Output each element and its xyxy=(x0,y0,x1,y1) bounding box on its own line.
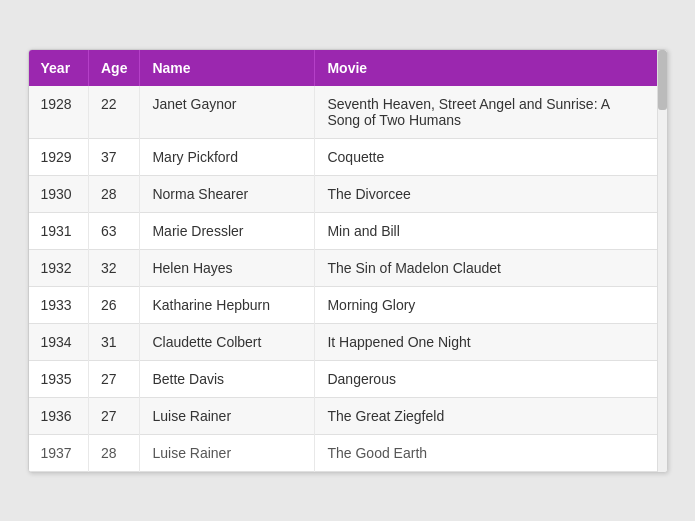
header-movie: Movie xyxy=(315,50,657,86)
cell-name: Marie Dressler xyxy=(140,212,315,249)
cell-year: 1937 xyxy=(29,434,89,471)
cell-year: 1936 xyxy=(29,397,89,434)
cell-movie: It Happened One Night xyxy=(315,323,657,360)
cell-age: 22 xyxy=(89,86,140,139)
cell-age: 37 xyxy=(89,138,140,175)
cell-year: 1929 xyxy=(29,138,89,175)
table-row: 193728Luise RainerThe Good Earth xyxy=(29,434,657,471)
header-year: Year xyxy=(29,50,89,86)
cell-name: Helen Hayes xyxy=(140,249,315,286)
table-container: Year Age Name Movie 192822Janet GaynorSe… xyxy=(28,49,668,473)
cell-age: 27 xyxy=(89,360,140,397)
cell-age: 31 xyxy=(89,323,140,360)
cell-movie: The Good Earth xyxy=(315,434,657,471)
cell-age: 32 xyxy=(89,249,140,286)
data-table: Year Age Name Movie 192822Janet GaynorSe… xyxy=(29,50,657,472)
cell-age: 63 xyxy=(89,212,140,249)
cell-year: 1928 xyxy=(29,86,89,139)
cell-year: 1935 xyxy=(29,360,89,397)
cell-age: 28 xyxy=(89,175,140,212)
cell-movie: Coquette xyxy=(315,138,657,175)
table-row: 192822Janet GaynorSeventh Heaven, Street… xyxy=(29,86,657,139)
cell-year: 1931 xyxy=(29,212,89,249)
cell-name: Luise Rainer xyxy=(140,397,315,434)
cell-age: 27 xyxy=(89,397,140,434)
cell-movie: Morning Glory xyxy=(315,286,657,323)
cell-name: Mary Pickford xyxy=(140,138,315,175)
cell-year: 1930 xyxy=(29,175,89,212)
table-row: 193431Claudette ColbertIt Happened One N… xyxy=(29,323,657,360)
cell-name: Bette Davis xyxy=(140,360,315,397)
cell-movie: The Sin of Madelon Claudet xyxy=(315,249,657,286)
cell-year: 1932 xyxy=(29,249,89,286)
header-age: Age xyxy=(89,50,140,86)
cell-name: Claudette Colbert xyxy=(140,323,315,360)
cell-name: Katharine Hepburn xyxy=(140,286,315,323)
table-row: 193028Norma ShearerThe Divorcee xyxy=(29,175,657,212)
cell-movie: Dangerous xyxy=(315,360,657,397)
header-row: Year Age Name Movie xyxy=(29,50,657,86)
cell-movie: The Great Ziegfeld xyxy=(315,397,657,434)
cell-age: 28 xyxy=(89,434,140,471)
cell-movie: Seventh Heaven, Street Angel and Sunrise… xyxy=(315,86,657,139)
table-row: 193163Marie DresslerMin and Bill xyxy=(29,212,657,249)
header-name: Name xyxy=(140,50,315,86)
cell-movie: Min and Bill xyxy=(315,212,657,249)
table-row: 192937Mary PickfordCoquette xyxy=(29,138,657,175)
cell-year: 1933 xyxy=(29,286,89,323)
cell-name: Norma Shearer xyxy=(140,175,315,212)
scrollbar-thumb[interactable] xyxy=(658,50,667,110)
cell-year: 1934 xyxy=(29,323,89,360)
scrollbar[interactable] xyxy=(657,50,667,472)
table-row: 193232Helen HayesThe Sin of Madelon Clau… xyxy=(29,249,657,286)
table-row: 193326Katharine HepburnMorning Glory xyxy=(29,286,657,323)
cell-name: Luise Rainer xyxy=(140,434,315,471)
cell-name: Janet Gaynor xyxy=(140,86,315,139)
cell-age: 26 xyxy=(89,286,140,323)
table-row: 193627Luise RainerThe Great Ziegfeld xyxy=(29,397,657,434)
table-header: Year Age Name Movie xyxy=(29,50,657,86)
cell-movie: The Divorcee xyxy=(315,175,657,212)
table-row: 193527Bette DavisDangerous xyxy=(29,360,657,397)
table-body: 192822Janet GaynorSeventh Heaven, Street… xyxy=(29,86,657,472)
